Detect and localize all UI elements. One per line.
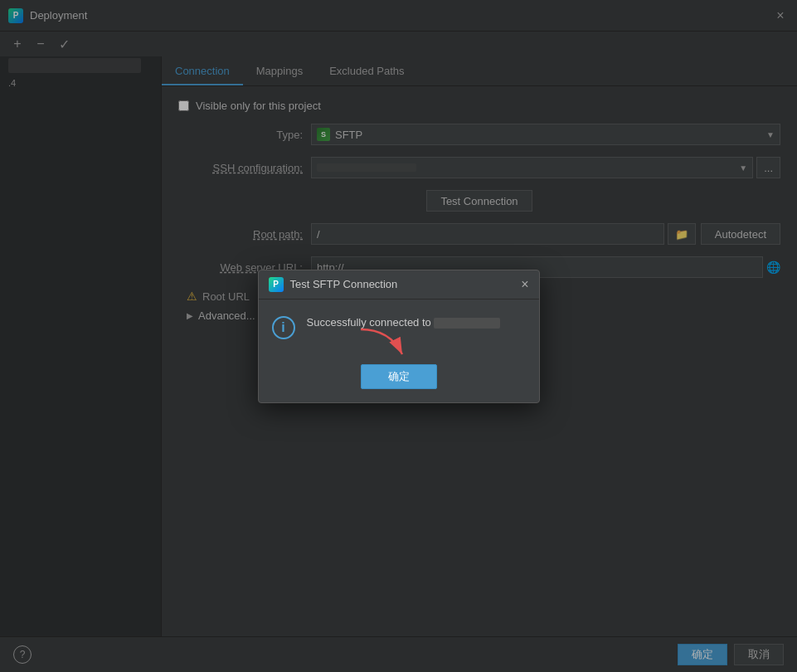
modal-title-bar: P Test SFTP Connection × [259, 270, 539, 299]
modal-body: i Successfully connected to [259, 299, 539, 356]
modal-title: Test SFTP Connection [290, 278, 515, 290]
modal-message-area: Successfully connected to [307, 316, 526, 335]
modal-overlay: P Test SFTP Connection × i Successfully … [0, 0, 797, 672]
modal-app-icon: P [269, 277, 284, 292]
test-connection-modal: P Test SFTP Connection × i Successfully … [258, 270, 540, 403]
red-arrow-indicator [348, 325, 415, 367]
modal-message: Successfully connected to [307, 316, 526, 329]
info-icon: i [272, 316, 295, 339]
modal-confirm-button[interactable]: 确定 [361, 364, 437, 389]
deployment-window: P Deployment × + − ✓ .4 Connection Mappi… [0, 0, 797, 672]
modal-close-button[interactable]: × [521, 277, 528, 292]
connection-target-blur [434, 318, 500, 329]
